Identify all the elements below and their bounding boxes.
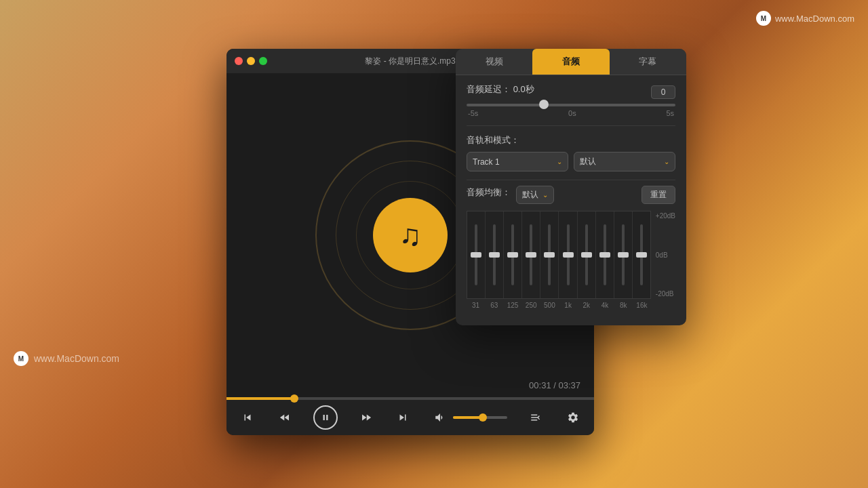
eq-fader-thumb-4k[interactable] [599, 252, 610, 258]
progress-fill [226, 397, 294, 400]
vinyl-center: ♫ [373, 198, 448, 272]
eq-fader-track-31[interactable] [475, 224, 477, 285]
mode-select[interactable]: 默认 ⌄ [574, 152, 675, 171]
skip-back-button[interactable] [239, 409, 256, 426]
delay-slider-thumb[interactable] [539, 100, 549, 109]
track-mode-row: Track 1 ⌄ 默认 ⌄ [467, 152, 675, 171]
eq-band-4k [596, 211, 614, 298]
eq-freq-500: 500 [540, 302, 559, 309]
eq-band-1k [559, 211, 577, 298]
eq-freq-125: 125 [503, 302, 521, 309]
eq-fader-track-500[interactable] [548, 224, 551, 285]
eq-freq-63: 63 [485, 302, 503, 309]
eq-section: 音频均衡： 默认 ⌄ 重置 [456, 180, 686, 314]
music-note-icon: ♫ [399, 218, 422, 252]
audio-delay-label: 音频延迟： 0.0秒 [467, 83, 534, 96]
eq-band-250 [522, 211, 540, 298]
mode-select-arrow-icon: ⌄ [664, 158, 669, 165]
eq-fader-track-250[interactable] [530, 224, 532, 285]
track-mode-section: 音轨和模式： Track 1 ⌄ 默认 ⌄ [456, 126, 686, 180]
tab-subtitle[interactable]: 字幕 [610, 49, 686, 75]
eq-freq-4k: 4k [595, 302, 614, 309]
eq-band-31 [467, 211, 486, 298]
eq-fader-track-2k[interactable] [585, 224, 588, 285]
eq-band-500 [540, 211, 559, 298]
tab-video[interactable]: 视频 [456, 49, 532, 75]
eq-preset-select[interactable]: 默认 ⌄ [516, 186, 554, 204]
eq-fader-thumb-1k[interactable] [563, 252, 574, 258]
delay-slider-labels: -5s 0s 5s [467, 109, 675, 117]
eq-label: 音频均衡： [467, 186, 511, 199]
time-display: 00:31 / 03:37 [529, 380, 580, 390]
playlist-button[interactable] [527, 409, 545, 426]
volume-control [431, 409, 507, 426]
macdown-logo-icon: M [756, 11, 771, 26]
eq-freq-8k: 8k [614, 302, 633, 309]
delay-value-input[interactable]: 0 [651, 85, 675, 99]
eq-fader-track-4k[interactable] [604, 224, 606, 285]
eq-db-plus20: +20dB [656, 212, 675, 220]
eq-fader-thumb-8k[interactable] [618, 252, 629, 258]
eq-fader-thumb-250[interactable] [526, 252, 536, 258]
settings-button[interactable] [564, 409, 582, 426]
eq-fader-thumb-16k[interactable] [636, 252, 647, 258]
tabs-row: 视频 音频 字幕 [456, 49, 686, 75]
eq-fader-thumb-125[interactable] [507, 252, 518, 258]
controls-bar [226, 400, 594, 435]
eq-fader-thumb-31[interactable] [471, 252, 481, 258]
bottom-watermark: M www.MacDown.com [14, 351, 119, 366]
eq-fader-track-16k[interactable] [640, 224, 643, 285]
eq-fader-track-1k[interactable] [567, 224, 570, 285]
eq-header: 音频均衡： 默认 ⌄ 重置 [467, 186, 675, 204]
eq-label-row: 音频均衡： 默认 ⌄ [467, 186, 554, 204]
volume-icon[interactable] [431, 409, 449, 426]
volume-thumb[interactable] [479, 413, 487, 422]
minimize-button[interactable] [247, 57, 255, 65]
rewind-button[interactable] [276, 409, 294, 426]
eq-fader-track-8k[interactable] [622, 224, 625, 285]
eq-band-8k [614, 211, 633, 298]
track-select[interactable]: Track 1 ⌄ [467, 152, 568, 171]
eq-fader-track-63[interactable] [493, 224, 496, 285]
play-pause-button[interactable] [313, 405, 338, 430]
macdown-logo-bottom-icon: M [14, 351, 28, 366]
side-panel: 视频 音频 字幕 音频延迟： 0.0秒 0 -5s 0s 5s 音轨和模式： T… [456, 49, 686, 325]
eq-container: +20dB 0dB -20dB [467, 211, 675, 299]
eq-grid [467, 211, 651, 299]
eq-fader-thumb-500[interactable] [544, 252, 555, 258]
eq-freq-2k: 2k [577, 302, 595, 309]
forward-button[interactable] [357, 409, 375, 426]
eq-freq-250: 250 [522, 302, 540, 309]
eq-freq-1k: 1k [559, 302, 577, 309]
delay-label-row: 音频延迟： 0.0秒 0 [467, 83, 675, 101]
skip-forward-button[interactable] [394, 409, 412, 426]
audio-delay-section: 音频延迟： 0.0秒 0 -5s 0s 5s [456, 75, 686, 125]
eq-band-16k [633, 211, 650, 298]
eq-bands [467, 211, 650, 298]
tab-audio[interactable]: 音频 [532, 49, 609, 75]
progress-bar[interactable] [226, 397, 594, 400]
track-select-arrow-icon: ⌄ [557, 158, 562, 165]
eq-band-2k [578, 211, 596, 298]
close-button[interactable] [235, 57, 243, 65]
eq-db-labels: +20dB 0dB -20dB [656, 211, 675, 299]
eq-db-zero: 0dB [656, 251, 675, 259]
volume-slider[interactable] [453, 416, 507, 419]
eq-db-minus20: -20dB [656, 290, 675, 298]
eq-preset-arrow-icon: ⌄ [542, 191, 548, 199]
audio-delay-slider[interactable] [467, 104, 675, 106]
eq-band-63 [486, 211, 504, 298]
eq-reset-button[interactable]: 重置 [642, 186, 675, 204]
top-watermark: M www.MacDown.com [756, 11, 854, 26]
eq-freq-31: 31 [467, 302, 485, 309]
eq-fader-track-125[interactable] [511, 224, 514, 285]
window-title: 黎姿 - 你是明日意义.mp3 [365, 56, 455, 67]
traffic-lights [235, 57, 267, 65]
eq-fader-thumb-2k[interactable] [581, 252, 592, 258]
track-mode-label: 音轨和模式： [467, 134, 675, 146]
eq-freq-labels: 31 63 125 250 500 1k 2k 4k 8k 16k [467, 299, 675, 309]
maximize-button[interactable] [259, 57, 267, 65]
eq-freq-16k: 16k [633, 302, 651, 309]
eq-band-125 [504, 211, 522, 298]
eq-fader-thumb-63[interactable] [489, 252, 500, 258]
